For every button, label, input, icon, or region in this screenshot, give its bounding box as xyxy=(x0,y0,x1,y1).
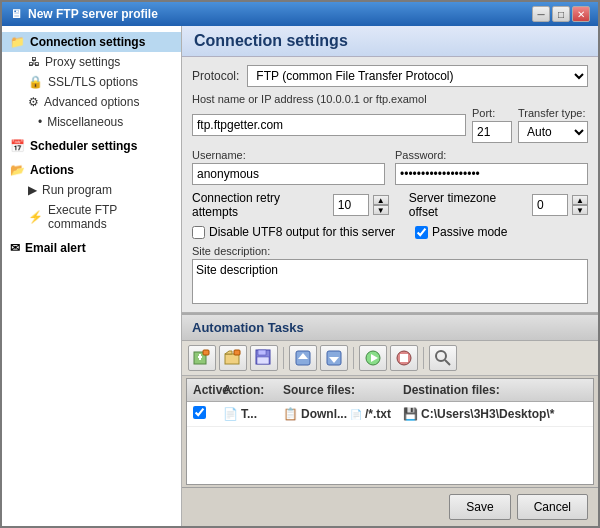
stop-icon xyxy=(395,349,413,367)
sidebar-item-ssl-tls[interactable]: 🔒 SSL/TLS options xyxy=(2,72,181,92)
site-desc-input[interactable] xyxy=(192,259,588,304)
sidebar-item-proxy-settings[interactable]: 🖧 Proxy settings xyxy=(2,52,181,72)
host-inputs-row: Port: Transfer type: Auto xyxy=(192,107,588,143)
sidebar-item-actions[interactable]: 📂 Actions xyxy=(2,160,181,180)
stop-btn[interactable] xyxy=(390,345,418,371)
move-down-btn[interactable] xyxy=(320,345,348,371)
task-source-icon: 📋 xyxy=(283,407,298,421)
password-label: Password: xyxy=(395,149,588,161)
save-button[interactable]: Save xyxy=(449,494,510,520)
retry-label: Connection retry attempts xyxy=(192,191,329,219)
main-content: 📁 Connection settings 🖧 Proxy settings 🔒… xyxy=(2,26,598,526)
connection-settings-panel: Connection settings Protocol: FTP (commo… xyxy=(182,26,598,313)
transfer-select[interactable]: Auto xyxy=(518,121,588,143)
retry-down-btn[interactable]: ▼ xyxy=(373,205,389,215)
sidebar-label-execute-ftp: Execute FTP commands xyxy=(48,203,173,231)
task-source-text: Downl... xyxy=(301,407,347,421)
col-header-dest: Destination files: xyxy=(401,381,589,399)
sidebar-label-proxy: Proxy settings xyxy=(45,55,120,69)
timezone-up-btn[interactable]: ▲ xyxy=(572,195,588,205)
disable-utf8-checkbox[interactable]: Disable UTF8 output for this server xyxy=(192,225,395,239)
sidebar-item-advanced-options[interactable]: ⚙ Advanced options xyxy=(2,92,181,112)
sidebar-label-email: Email alert xyxy=(25,241,86,255)
sidebar-section-scheduler: 📅 Scheduler settings xyxy=(2,134,181,158)
task-dest-cell: 💾 C:\Users\3H3\Desktop\* xyxy=(401,405,589,423)
task-active-checkbox[interactable] xyxy=(193,406,206,419)
sidebar-item-miscellaneous[interactable]: • Miscellaneous xyxy=(2,112,181,132)
passive-mode-checkbox[interactable]: Passive mode xyxy=(415,225,507,239)
toolbar-sep-2 xyxy=(353,347,354,369)
sidebar-section-connection: 📁 Connection settings 🖧 Proxy settings 🔒… xyxy=(2,30,181,134)
svg-point-17 xyxy=(436,351,446,361)
host-input[interactable] xyxy=(192,114,466,136)
passive-mode-check[interactable] xyxy=(415,226,428,239)
task-dest-icon: 💾 xyxy=(403,407,418,421)
protocol-select[interactable]: FTP (common File Transfer Protocol) xyxy=(247,65,588,87)
retry-spinners: ▲ ▼ xyxy=(373,195,389,215)
sidebar-label-connection-settings: Connection settings xyxy=(30,35,145,49)
timezone-spinners: ▲ ▼ xyxy=(572,195,588,215)
task-action-text: T... xyxy=(241,407,257,421)
ftp-icon: ⚡ xyxy=(28,210,43,224)
run-btn[interactable] xyxy=(359,345,387,371)
username-group: Username: xyxy=(192,149,385,185)
toolbar-sep-1 xyxy=(283,347,284,369)
sidebar-section-email: ✉ Email alert xyxy=(2,236,181,260)
table-row[interactable]: 📄 T... 📋 Downl... 📄 /*.txt 💾 C:\Users\3H… xyxy=(187,402,593,427)
sidebar-label-advanced: Advanced options xyxy=(44,95,139,109)
svg-rect-7 xyxy=(258,350,266,355)
task-source-cell: 📋 Downl... 📄 /*.txt xyxy=(281,405,401,423)
sidebar-section-actions: 📂 Actions ▶ Run program ⚡ Execute FTP co… xyxy=(2,158,181,236)
sidebar: 📁 Connection settings 🖧 Proxy settings 🔒… xyxy=(2,26,182,526)
timezone-input[interactable] xyxy=(532,194,568,216)
checkboxes-row: Disable UTF8 output for this server Pass… xyxy=(192,225,588,239)
maximize-button[interactable]: □ xyxy=(552,6,570,22)
minimize-button[interactable]: ─ xyxy=(532,6,550,22)
svg-rect-5 xyxy=(234,350,240,355)
folder-icon: 📁 xyxy=(10,35,25,49)
disable-utf8-check[interactable] xyxy=(192,226,205,239)
conn-settings-title: Connection settings xyxy=(182,26,598,57)
save-task-btn[interactable] xyxy=(250,345,278,371)
retry-timezone-row: Connection retry attempts ▲ ▼ Server tim… xyxy=(192,191,588,219)
ssl-icon: 🔒 xyxy=(28,75,43,89)
add-task-btn[interactable] xyxy=(188,345,216,371)
sidebar-item-connection-settings[interactable]: 📁 Connection settings xyxy=(2,32,181,52)
sidebar-item-run-program[interactable]: ▶ Run program xyxy=(2,180,181,200)
automation-toolbar xyxy=(182,341,598,376)
run-icon xyxy=(364,349,382,367)
toolbar-sep-3 xyxy=(423,347,424,369)
close-button[interactable]: ✕ xyxy=(572,6,590,22)
username-input[interactable] xyxy=(192,163,385,185)
cancel-button[interactable]: Cancel xyxy=(517,494,588,520)
sidebar-item-email-alert[interactable]: ✉ Email alert xyxy=(2,238,181,258)
password-input[interactable] xyxy=(395,163,588,185)
svg-rect-2 xyxy=(199,354,201,360)
conn-settings-body: Protocol: FTP (common File Transfer Prot… xyxy=(182,57,598,312)
automation-section: Automation Tasks xyxy=(182,313,598,487)
task-active-cell xyxy=(191,404,221,424)
email-icon: ✉ xyxy=(10,241,20,255)
task-table: Active: Action: Source files: Destinatio… xyxy=(186,378,594,485)
open-task-btn[interactable] xyxy=(219,345,247,371)
svg-line-18 xyxy=(445,360,450,365)
task-source-pattern: /*.txt xyxy=(365,407,391,421)
site-desc-group: Site description: xyxy=(192,245,588,304)
port-input[interactable] xyxy=(472,121,512,143)
timezone-label: Server timezone offset xyxy=(409,191,528,219)
move-up-icon xyxy=(294,349,312,367)
port-label: Port: xyxy=(472,107,512,119)
sidebar-label-misc: Miscellaneous xyxy=(47,115,123,129)
retry-input[interactable] xyxy=(333,194,369,216)
retry-up-btn[interactable]: ▲ xyxy=(373,195,389,205)
sidebar-label-ssl: SSL/TLS options xyxy=(48,75,138,89)
timezone-down-btn[interactable]: ▼ xyxy=(572,205,588,215)
run-icon: ▶ xyxy=(28,183,37,197)
search-btn[interactable] xyxy=(429,345,457,371)
port-group: Port: xyxy=(472,107,512,143)
sidebar-item-execute-ftp[interactable]: ⚡ Execute FTP commands xyxy=(2,200,181,234)
open-task-icon xyxy=(224,349,242,367)
sidebar-item-scheduler[interactable]: 📅 Scheduler settings xyxy=(2,136,181,156)
move-up-btn[interactable] xyxy=(289,345,317,371)
task-dest-path: C:\Users\3H3\Desktop\* xyxy=(421,407,554,421)
